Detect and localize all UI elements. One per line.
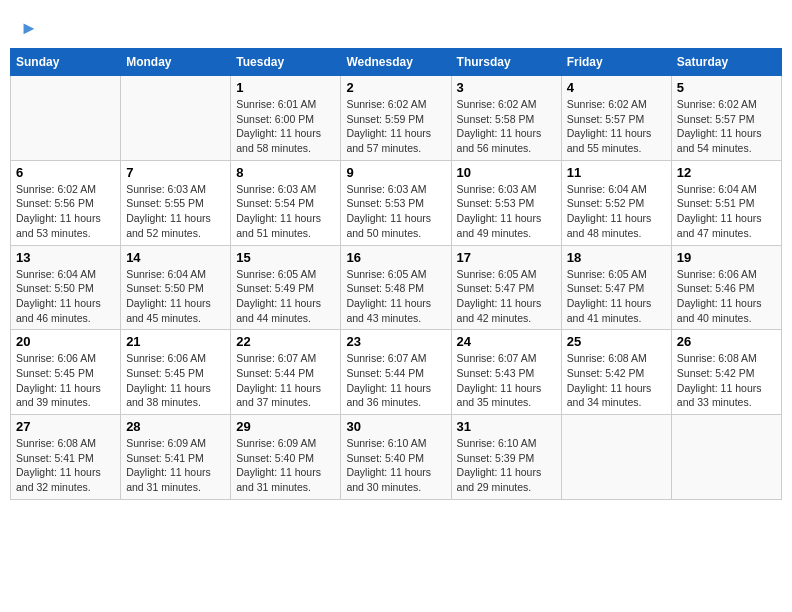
calendar-cell: 15Sunrise: 6:05 AM Sunset: 5:49 PM Dayli…: [231, 245, 341, 330]
day-number: 24: [457, 334, 556, 349]
calendar-cell: 14Sunrise: 6:04 AM Sunset: 5:50 PM Dayli…: [121, 245, 231, 330]
calendar-cell: 26Sunrise: 6:08 AM Sunset: 5:42 PM Dayli…: [671, 330, 781, 415]
calendar-cell: [11, 76, 121, 161]
calendar-cell: 3Sunrise: 6:02 AM Sunset: 5:58 PM Daylig…: [451, 76, 561, 161]
calendar-cell: 21Sunrise: 6:06 AM Sunset: 5:45 PM Dayli…: [121, 330, 231, 415]
calendar-cell: 24Sunrise: 6:07 AM Sunset: 5:43 PM Dayli…: [451, 330, 561, 415]
calendar-cell: 2Sunrise: 6:02 AM Sunset: 5:59 PM Daylig…: [341, 76, 451, 161]
calendar-header-row: SundayMondayTuesdayWednesdayThursdayFrid…: [11, 49, 782, 76]
calendar-cell: 12Sunrise: 6:04 AM Sunset: 5:51 PM Dayli…: [671, 160, 781, 245]
day-info: Sunrise: 6:08 AM Sunset: 5:41 PM Dayligh…: [16, 436, 115, 495]
day-number: 23: [346, 334, 445, 349]
day-info: Sunrise: 6:07 AM Sunset: 5:43 PM Dayligh…: [457, 351, 556, 410]
calendar-cell: 28Sunrise: 6:09 AM Sunset: 5:41 PM Dayli…: [121, 415, 231, 500]
weekday-header-tuesday: Tuesday: [231, 49, 341, 76]
calendar-cell: 17Sunrise: 6:05 AM Sunset: 5:47 PM Dayli…: [451, 245, 561, 330]
day-info: Sunrise: 6:02 AM Sunset: 5:57 PM Dayligh…: [677, 97, 776, 156]
day-info: Sunrise: 6:09 AM Sunset: 5:41 PM Dayligh…: [126, 436, 225, 495]
day-info: Sunrise: 6:02 AM Sunset: 5:56 PM Dayligh…: [16, 182, 115, 241]
calendar-cell: 31Sunrise: 6:10 AM Sunset: 5:39 PM Dayli…: [451, 415, 561, 500]
day-info: Sunrise: 6:01 AM Sunset: 6:00 PM Dayligh…: [236, 97, 335, 156]
day-info: Sunrise: 6:05 AM Sunset: 5:49 PM Dayligh…: [236, 267, 335, 326]
day-info: Sunrise: 6:06 AM Sunset: 5:45 PM Dayligh…: [126, 351, 225, 410]
day-info: Sunrise: 6:10 AM Sunset: 5:40 PM Dayligh…: [346, 436, 445, 495]
weekday-header-sunday: Sunday: [11, 49, 121, 76]
day-number: 16: [346, 250, 445, 265]
calendar-cell: [671, 415, 781, 500]
day-number: 21: [126, 334, 225, 349]
day-info: Sunrise: 6:10 AM Sunset: 5:39 PM Dayligh…: [457, 436, 556, 495]
day-info: Sunrise: 6:05 AM Sunset: 5:48 PM Dayligh…: [346, 267, 445, 326]
calendar-cell: 23Sunrise: 6:07 AM Sunset: 5:44 PM Dayli…: [341, 330, 451, 415]
calendar-cell: 20Sunrise: 6:06 AM Sunset: 5:45 PM Dayli…: [11, 330, 121, 415]
day-info: Sunrise: 6:06 AM Sunset: 5:46 PM Dayligh…: [677, 267, 776, 326]
calendar-cell: 10Sunrise: 6:03 AM Sunset: 5:53 PM Dayli…: [451, 160, 561, 245]
day-number: 15: [236, 250, 335, 265]
logo: ►: [18, 14, 38, 36]
day-info: Sunrise: 6:03 AM Sunset: 5:53 PM Dayligh…: [457, 182, 556, 241]
day-info: Sunrise: 6:05 AM Sunset: 5:47 PM Dayligh…: [457, 267, 556, 326]
calendar-cell: 22Sunrise: 6:07 AM Sunset: 5:44 PM Dayli…: [231, 330, 341, 415]
day-number: 22: [236, 334, 335, 349]
day-info: Sunrise: 6:03 AM Sunset: 5:53 PM Dayligh…: [346, 182, 445, 241]
calendar-week-2: 6Sunrise: 6:02 AM Sunset: 5:56 PM Daylig…: [11, 160, 782, 245]
day-number: 20: [16, 334, 115, 349]
calendar-cell: 30Sunrise: 6:10 AM Sunset: 5:40 PM Dayli…: [341, 415, 451, 500]
day-number: 18: [567, 250, 666, 265]
day-info: Sunrise: 6:08 AM Sunset: 5:42 PM Dayligh…: [567, 351, 666, 410]
day-info: Sunrise: 6:03 AM Sunset: 5:55 PM Dayligh…: [126, 182, 225, 241]
day-info: Sunrise: 6:03 AM Sunset: 5:54 PM Dayligh…: [236, 182, 335, 241]
day-info: Sunrise: 6:08 AM Sunset: 5:42 PM Dayligh…: [677, 351, 776, 410]
day-number: 1: [236, 80, 335, 95]
day-info: Sunrise: 6:07 AM Sunset: 5:44 PM Dayligh…: [236, 351, 335, 410]
calendar-cell: 5Sunrise: 6:02 AM Sunset: 5:57 PM Daylig…: [671, 76, 781, 161]
day-info: Sunrise: 6:04 AM Sunset: 5:50 PM Dayligh…: [126, 267, 225, 326]
day-number: 10: [457, 165, 556, 180]
day-info: Sunrise: 6:02 AM Sunset: 5:57 PM Dayligh…: [567, 97, 666, 156]
calendar-cell: 4Sunrise: 6:02 AM Sunset: 5:57 PM Daylig…: [561, 76, 671, 161]
day-number: 25: [567, 334, 666, 349]
day-number: 29: [236, 419, 335, 434]
day-number: 4: [567, 80, 666, 95]
day-number: 3: [457, 80, 556, 95]
calendar-cell: 6Sunrise: 6:02 AM Sunset: 5:56 PM Daylig…: [11, 160, 121, 245]
calendar-cell: 9Sunrise: 6:03 AM Sunset: 5:53 PM Daylig…: [341, 160, 451, 245]
calendar-table: SundayMondayTuesdayWednesdayThursdayFrid…: [10, 48, 782, 500]
day-info: Sunrise: 6:04 AM Sunset: 5:50 PM Dayligh…: [16, 267, 115, 326]
day-number: 5: [677, 80, 776, 95]
day-number: 31: [457, 419, 556, 434]
day-number: 26: [677, 334, 776, 349]
day-info: Sunrise: 6:09 AM Sunset: 5:40 PM Dayligh…: [236, 436, 335, 495]
calendar-cell: 1Sunrise: 6:01 AM Sunset: 6:00 PM Daylig…: [231, 76, 341, 161]
calendar-week-5: 27Sunrise: 6:08 AM Sunset: 5:41 PM Dayli…: [11, 415, 782, 500]
weekday-header-monday: Monday: [121, 49, 231, 76]
day-number: 7: [126, 165, 225, 180]
weekday-header-thursday: Thursday: [451, 49, 561, 76]
calendar-week-4: 20Sunrise: 6:06 AM Sunset: 5:45 PM Dayli…: [11, 330, 782, 415]
day-number: 11: [567, 165, 666, 180]
weekday-header-wednesday: Wednesday: [341, 49, 451, 76]
day-info: Sunrise: 6:07 AM Sunset: 5:44 PM Dayligh…: [346, 351, 445, 410]
day-number: 8: [236, 165, 335, 180]
calendar-cell: 29Sunrise: 6:09 AM Sunset: 5:40 PM Dayli…: [231, 415, 341, 500]
calendar-cell: 13Sunrise: 6:04 AM Sunset: 5:50 PM Dayli…: [11, 245, 121, 330]
day-info: Sunrise: 6:05 AM Sunset: 5:47 PM Dayligh…: [567, 267, 666, 326]
day-number: 2: [346, 80, 445, 95]
weekday-header-friday: Friday: [561, 49, 671, 76]
day-info: Sunrise: 6:06 AM Sunset: 5:45 PM Dayligh…: [16, 351, 115, 410]
day-number: 30: [346, 419, 445, 434]
calendar-cell: 27Sunrise: 6:08 AM Sunset: 5:41 PM Dayli…: [11, 415, 121, 500]
day-number: 27: [16, 419, 115, 434]
weekday-header-saturday: Saturday: [671, 49, 781, 76]
calendar-cell: 18Sunrise: 6:05 AM Sunset: 5:47 PM Dayli…: [561, 245, 671, 330]
day-info: Sunrise: 6:02 AM Sunset: 5:59 PM Dayligh…: [346, 97, 445, 156]
day-number: 17: [457, 250, 556, 265]
day-info: Sunrise: 6:04 AM Sunset: 5:51 PM Dayligh…: [677, 182, 776, 241]
day-number: 6: [16, 165, 115, 180]
calendar-week-1: 1Sunrise: 6:01 AM Sunset: 6:00 PM Daylig…: [11, 76, 782, 161]
day-info: Sunrise: 6:02 AM Sunset: 5:58 PM Dayligh…: [457, 97, 556, 156]
calendar-cell: 19Sunrise: 6:06 AM Sunset: 5:46 PM Dayli…: [671, 245, 781, 330]
day-number: 19: [677, 250, 776, 265]
calendar-cell: 7Sunrise: 6:03 AM Sunset: 5:55 PM Daylig…: [121, 160, 231, 245]
calendar-cell: 25Sunrise: 6:08 AM Sunset: 5:42 PM Dayli…: [561, 330, 671, 415]
